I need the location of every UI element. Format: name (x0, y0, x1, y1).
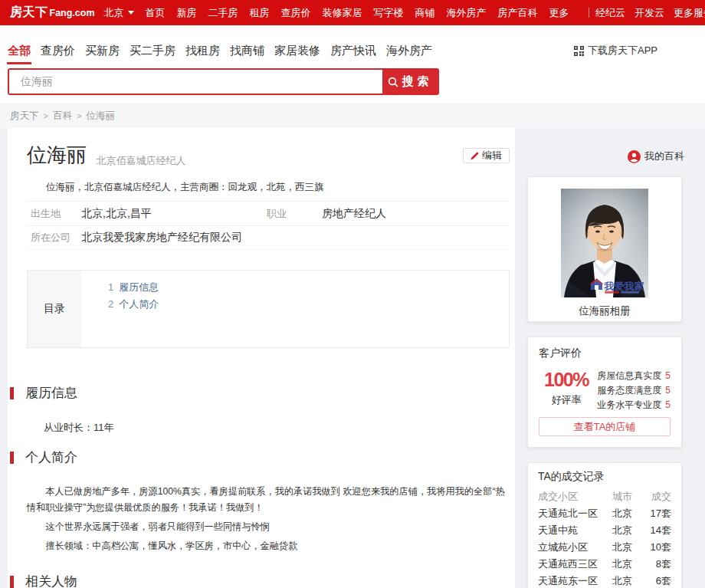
deals-col-community: 成交小区 (538, 488, 612, 505)
search-button-label: 搜索 (402, 74, 433, 89)
topnav-item-agent-cloud[interactable]: 经纪云 (595, 6, 625, 20)
metric-value: 5 (665, 383, 671, 398)
topnav-item-resale[interactable]: 二手房 (208, 6, 238, 20)
metric-value: 5 (665, 398, 671, 412)
bio-paragraph: 擅长领域：中高档公寓，懂风水，学区房，市中心，金融贷款 (27, 538, 510, 554)
topnav-item-more-services[interactable]: 更多服务 (674, 6, 705, 20)
subnav-item-resale[interactable]: 买二手房 (130, 42, 175, 59)
divider (589, 8, 589, 18)
topnav-item-price[interactable]: 查房价 (281, 6, 311, 20)
search-input[interactable] (9, 70, 382, 94)
deal-city: 北京 (612, 556, 649, 573)
city-label: 北京 (104, 6, 124, 20)
metric-row: 业务水平专业度5 (597, 398, 671, 412)
toc-item-resume[interactable]: 1履历信息 (108, 279, 159, 296)
deal-row: 天通苑北一区 北京 17套 (538, 505, 671, 522)
city-selector[interactable]: 北京 (104, 6, 134, 20)
deal-row: 天通苑西三区 北京 8套 (538, 556, 671, 573)
breadcrumb-home[interactable]: 房天下 (10, 110, 39, 121)
deals-record-card: TA的成交记录 成交小区 城市 成交 天通苑北一区 北京 17套 天通中苑 北京… (527, 462, 682, 588)
metric-row: 服务态度满意度5 (597, 383, 671, 398)
logo-en: Fang.com (50, 8, 95, 18)
topnav-item-office[interactable]: 写字楼 (374, 6, 404, 20)
topnav-item-baike[interactable]: 房产百科 (498, 6, 538, 20)
customer-rating-card: 客户评价 100% 好评率 房屋信息真实度5 服务态度满意度5 业务水平专业度5… (527, 337, 682, 448)
subnav-item-shop[interactable]: 找商铺 (230, 42, 264, 59)
deal-row: 天通苑东一区 北京 6套 (538, 573, 671, 588)
fang-logo[interactable]: 房天下 Fang.com (10, 5, 95, 21)
topnav-item-newhouse[interactable]: 新房 (177, 6, 197, 20)
subnav-item-overseas[interactable]: 海外房产 (386, 42, 432, 59)
rating-percent-label: 好评率 (539, 393, 594, 407)
info-value-company: 北京我爱我家房地产经纪有限公司 (81, 231, 510, 245)
rating-percent-block: 100% 好评率 (539, 369, 594, 412)
deals-header-row: 成交小区 城市 成交 (538, 488, 671, 505)
category-subnav: 全部 查房价 买新房 买二手房 找租房 找商铺 家居装修 房产快讯 海外房产 下… (8, 42, 705, 59)
info-label-company: 所在公司 (27, 231, 81, 245)
toc-list: 1履历信息 2个人简介 (81, 271, 159, 347)
metric-label: 服务态度满意度 (597, 383, 661, 398)
deals-col-count: 成交 (649, 488, 671, 505)
section-related: 相关人物 (27, 574, 510, 588)
breadcrumb-separator: > (44, 111, 48, 120)
table-of-contents: 目录 1履历信息 2个人简介 (27, 270, 510, 348)
toc-title: 目录 (28, 271, 81, 347)
subnav-item-newhouse[interactable]: 买新房 (85, 42, 120, 59)
page-body: 位海丽 北京佰嘉城店经纪人 编辑 位海丽，北京佰嘉城店经纪人，主营商圈：回龙观，… (0, 128, 705, 588)
my-baike-link[interactable]: 我的百科 (628, 149, 684, 163)
download-app-link[interactable]: 下载房天下APP (574, 42, 657, 59)
logo-zh: 房天下 (10, 5, 48, 21)
info-label-occupation: 职业 (267, 207, 322, 221)
metric-label: 业务水平专业度 (597, 398, 661, 412)
photo-album-card[interactable]: 我爱我家 位海丽相册 (527, 176, 682, 322)
header-white-zone: 全部 查房价 买新房 买二手房 找租房 找商铺 家居装修 房产快讯 海外房产 下… (0, 25, 705, 103)
topnav-item-more[interactable]: 更多 (549, 6, 569, 20)
deal-city: 北京 (612, 505, 649, 522)
rating-card-title: 客户评价 (539, 347, 671, 359)
svg-text:我爱我家: 我爱我家 (604, 281, 645, 292)
deal-row: 天通中苑 北京 14套 (538, 522, 671, 539)
breadcrumb-current[interactable]: 位海丽 (86, 110, 115, 121)
subnav-item-decor[interactable]: 家居装修 (274, 42, 320, 59)
info-label-birthplace: 出生地 (27, 207, 81, 221)
red-bar-icon (10, 387, 14, 399)
rating-body: 100% 好评率 房屋信息真实度5 服务态度满意度5 业务水平专业度5 (539, 369, 671, 412)
breadcrumb-baike[interactable]: 百科 (53, 110, 72, 121)
resume-body: 从业时长：11年 (44, 419, 510, 435)
topnav-item-overseas[interactable]: 海外房产 (447, 6, 487, 20)
topnav-item-decor[interactable]: 装修家居 (323, 6, 362, 20)
deal-count: 8套 (649, 556, 671, 573)
section-bio: 个人简介 本人已做房地产多年，房源100%真实，看房提前联系，我的承诺我做到 欢… (27, 450, 510, 554)
section-related-heading: 相关人物 (10, 574, 510, 588)
deals-card-title: TA的成交记录 (538, 471, 671, 482)
rating-percent: 100% (539, 369, 594, 390)
info-row: 所在公司 北京我爱我家房地产经纪有限公司 (27, 225, 510, 250)
topnav-item-shop[interactable]: 商铺 (415, 6, 435, 20)
search-button[interactable]: 搜索 (382, 70, 438, 94)
subnav-item-price[interactable]: 查房价 (41, 42, 75, 59)
topnav-right-group: 经纪云 开发云 更多服务 (589, 0, 705, 25)
intro-paragraph: 位海丽，北京佰嘉城店经纪人，主营商圈：回龙观，北苑，西三旗 (27, 181, 510, 193)
edit-button[interactable]: 编辑 (463, 148, 510, 163)
section-resume-title: 履历信息 (25, 386, 77, 401)
breadcrumb: 房天下>百科>位海丽 (0, 103, 705, 128)
bio-paragraph: 这个世界永远属于强者，弱者只能得到一些同情与怜悯 (27, 519, 510, 535)
topnav-item-rent[interactable]: 租房 (250, 6, 270, 20)
section-resume-heading: 履历信息 (10, 386, 510, 401)
subnav-item-all[interactable]: 全部 (8, 42, 31, 59)
deals-col-city: 城市 (612, 488, 649, 505)
topnav-item-developer-cloud[interactable]: 开发云 (634, 6, 664, 20)
view-shop-button[interactable]: 查看TA的店铺 (539, 417, 671, 436)
toc-item-bio[interactable]: 2个人简介 (108, 296, 159, 313)
rating-metrics: 房屋信息真实度5 服务态度满意度5 业务水平专业度5 (597, 369, 671, 412)
toc-item-number: 2 (108, 298, 113, 310)
bio-paragraph: 本人已做房地产多年，房源100%真实，看房提前联系，我的承诺我做到 欢迎您来我的… (27, 484, 510, 516)
subnav-item-rent[interactable]: 找租房 (185, 42, 220, 59)
topnav-item-home[interactable]: 首页 (146, 6, 166, 20)
pencil-icon (471, 152, 479, 160)
deals-table: 成交小区 城市 成交 天通苑北一区 北京 17套 天通中苑 北京 14套 立城苑… (538, 488, 671, 588)
toc-item-number: 1 (108, 281, 113, 293)
chevron-down-icon (128, 11, 134, 15)
subnav-item-news[interactable]: 房产快讯 (330, 42, 376, 59)
user-icon (628, 150, 641, 163)
